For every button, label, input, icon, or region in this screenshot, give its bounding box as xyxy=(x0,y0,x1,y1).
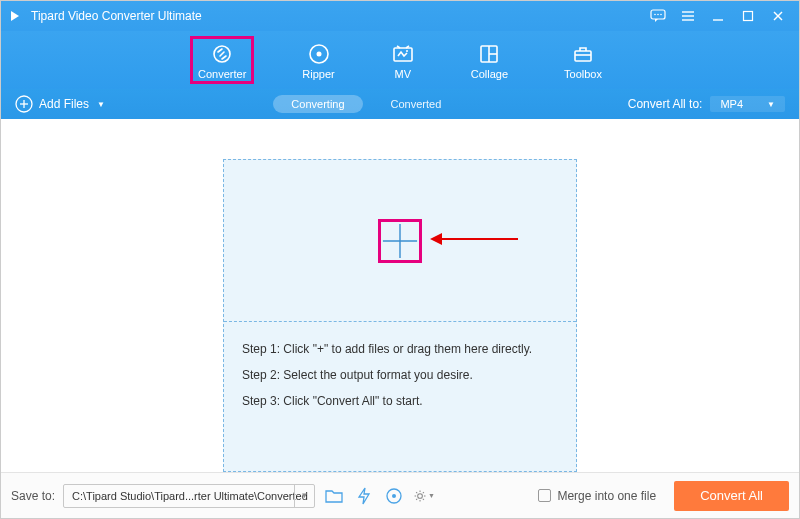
nav-label: MV xyxy=(394,68,411,80)
open-folder-icon[interactable] xyxy=(323,485,345,507)
bottombar: Save to: C:\Tipard Studio\Tipard...rter … xyxy=(1,472,799,518)
main-area: Step 1: Click "+" to add files or drag t… xyxy=(1,119,799,472)
titlebar: Tipard Video Converter Ultimate xyxy=(1,1,799,31)
dropzone-upper[interactable] xyxy=(224,160,576,322)
nav-ripper[interactable]: Ripper xyxy=(296,38,340,82)
svg-point-2 xyxy=(657,14,659,16)
nav-label: Collage xyxy=(471,68,508,80)
annotation-arrow-icon xyxy=(430,229,520,253)
toolbar: Add Files ▼ Converting Converted Convert… xyxy=(1,89,799,119)
feedback-icon[interactable] xyxy=(643,1,673,31)
plus-circle-icon xyxy=(15,95,33,113)
step-2: Step 2: Select the output format you des… xyxy=(242,362,558,388)
svg-point-31 xyxy=(418,493,423,498)
nav-mv[interactable]: MV xyxy=(385,38,421,82)
svg-rect-21 xyxy=(575,51,591,61)
nav-converter[interactable]: Converter xyxy=(192,38,252,82)
svg-point-1 xyxy=(654,14,656,16)
chevron-down-icon: ▼ xyxy=(767,100,775,109)
app-title: Tipard Video Converter Ultimate xyxy=(31,9,202,23)
convert-all-button[interactable]: Convert All xyxy=(674,481,789,511)
add-files-button[interactable]: Add Files ▼ xyxy=(15,95,105,113)
high-speed-icon[interactable] xyxy=(383,485,405,507)
nav-label: Converter xyxy=(198,68,246,80)
merge-label: Merge into one file xyxy=(557,489,656,503)
menu-icon[interactable] xyxy=(673,1,703,31)
toolbox-icon xyxy=(571,42,595,66)
plus-icon xyxy=(381,221,419,261)
svg-point-3 xyxy=(660,14,662,16)
main-nav: Converter Ripper MV Collage Toolbox xyxy=(1,31,799,89)
nav-toolbox[interactable]: Toolbox xyxy=(558,38,608,82)
checkbox-icon xyxy=(538,489,551,502)
add-files-label: Add Files xyxy=(39,97,89,111)
save-path-box: C:\Tipard Studio\Tipard...rter Ultimate\… xyxy=(63,484,315,508)
settings-icon[interactable]: ▼ xyxy=(413,485,435,507)
nav-label: Ripper xyxy=(302,68,334,80)
ripper-icon xyxy=(307,42,331,66)
save-path[interactable]: C:\Tipard Studio\Tipard...rter Ultimate\… xyxy=(64,490,294,502)
nav-collage[interactable]: Collage xyxy=(465,38,514,82)
convert-all-to-label: Convert All to: xyxy=(628,97,703,111)
minimize-icon[interactable] xyxy=(703,1,733,31)
app-logo-icon xyxy=(7,8,23,24)
tab-converted[interactable]: Converted xyxy=(373,95,460,113)
step-3: Step 3: Click "Convert All" to start. xyxy=(242,388,558,414)
nav-label: Toolbox xyxy=(564,68,602,80)
output-format-value: MP4 xyxy=(720,98,743,110)
dropzone[interactable]: Step 1: Click "+" to add files or drag t… xyxy=(223,159,577,472)
convert-all-to: Convert All to: MP4 ▼ xyxy=(628,96,785,112)
merge-checkbox[interactable]: Merge into one file xyxy=(538,489,656,503)
add-files-big-button[interactable] xyxy=(378,219,422,263)
chevron-down-icon: ▼ xyxy=(428,492,435,499)
converter-icon xyxy=(210,42,234,66)
maximize-icon[interactable] xyxy=(733,1,763,31)
svg-point-30 xyxy=(392,494,396,498)
output-format-select[interactable]: MP4 ▼ xyxy=(710,96,785,112)
step-1: Step 1: Click "+" to add files or drag t… xyxy=(242,336,558,362)
app-window: Tipard Video Converter Ultimate Converte… xyxy=(0,0,800,519)
collage-icon xyxy=(477,42,501,66)
svg-point-15 xyxy=(406,50,408,52)
tab-converting[interactable]: Converting xyxy=(273,95,362,113)
mv-icon xyxy=(391,42,415,66)
svg-point-13 xyxy=(316,52,321,57)
hardware-accel-icon[interactable] xyxy=(353,485,375,507)
dropzone-steps: Step 1: Click "+" to add files or drag t… xyxy=(224,322,576,432)
svg-rect-8 xyxy=(744,12,753,21)
save-path-dropdown[interactable]: ▼ xyxy=(294,485,314,507)
chevron-down-icon: ▼ xyxy=(97,100,105,109)
save-to-label: Save to: xyxy=(11,489,55,503)
close-icon[interactable] xyxy=(763,1,793,31)
